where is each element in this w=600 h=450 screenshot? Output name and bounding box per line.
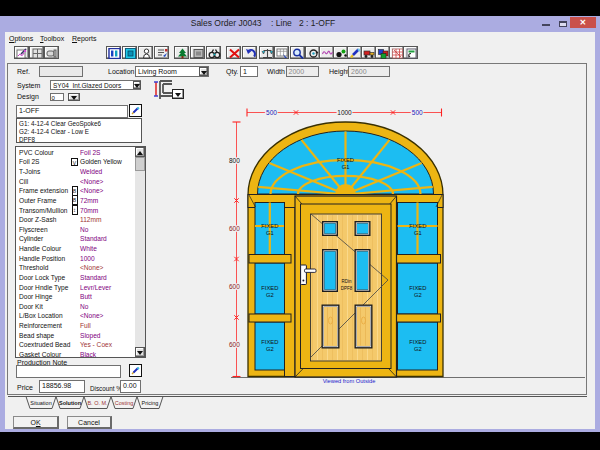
svg-text:G1: G1 xyxy=(414,230,422,236)
svg-text:1000: 1000 xyxy=(337,109,352,116)
svg-text:RDin: RDin xyxy=(341,279,351,284)
svg-text:600: 600 xyxy=(229,283,240,290)
svg-text:FIXED: FIXED xyxy=(409,285,426,291)
svg-text:600: 600 xyxy=(229,341,240,348)
svg-text:FIXED: FIXED xyxy=(261,285,278,291)
svg-text:800: 800 xyxy=(229,157,240,164)
svg-text:FIXED: FIXED xyxy=(409,339,426,345)
svg-text:G2: G2 xyxy=(414,346,422,352)
svg-text:Costing: Costing xyxy=(115,400,134,406)
svg-text:FIXED: FIXED xyxy=(409,223,426,229)
svg-text:600: 600 xyxy=(229,225,240,232)
svg-text:G2: G2 xyxy=(414,292,422,298)
svg-text:FIXED: FIXED xyxy=(337,157,354,163)
svg-text:Viewed from Outside: Viewed from Outside xyxy=(323,378,376,384)
svg-text:B. O. M.: B. O. M. xyxy=(87,400,108,406)
svg-text:G2: G2 xyxy=(266,292,274,298)
svg-text:G1: G1 xyxy=(266,230,274,236)
svg-text:G1: G1 xyxy=(342,164,350,170)
svg-text:Solution: Solution xyxy=(59,400,82,406)
svg-text:500: 500 xyxy=(412,109,423,116)
svg-text:500: 500 xyxy=(266,109,277,116)
svg-text:G2: G2 xyxy=(266,346,274,352)
svg-text:Situation: Situation xyxy=(30,400,51,406)
svg-text:FIXED: FIXED xyxy=(261,339,278,345)
svg-text:Pricing: Pricing xyxy=(142,400,159,406)
svg-text:FIXED: FIXED xyxy=(261,223,278,229)
svg-text:DPF8: DPF8 xyxy=(341,286,353,291)
